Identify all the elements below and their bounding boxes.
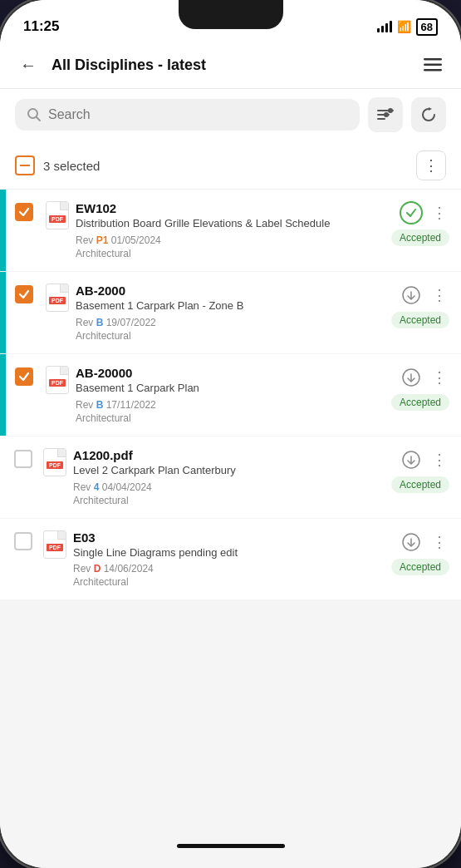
doc-number: AB-20000 (76, 366, 376, 380)
refresh-icon (420, 106, 437, 123)
doc-actions: ⋮ Accepted (383, 448, 449, 493)
status-icons: 📶 68 (377, 18, 438, 36)
item-more-button[interactable]: ⋮ (429, 203, 449, 223)
doc-meta: Rev D 14/06/2024 (73, 563, 376, 575)
selected-count: 3 selected (43, 159, 100, 173)
checkbox-area[interactable] (0, 448, 43, 506)
doc-actions: ⋮ Accepted (383, 284, 449, 328)
status-badge: Accepted (391, 559, 449, 575)
back-arrow-icon: ← (20, 56, 37, 75)
item-more-button[interactable]: ⋮ (429, 285, 449, 305)
doc-title: Distribution Board Grille Elevations & L… (76, 217, 376, 231)
checkbox-area[interactable] (2, 201, 46, 259)
svg-rect-1 (424, 64, 442, 67)
doc-category: Architectural (73, 495, 376, 506)
doc-title: Single Line Diagrams pending edit (73, 546, 376, 560)
download-icon[interactable] (400, 530, 423, 554)
doc-main: A1200.pdf Level 2 Carkpark Plan Canterbu… (73, 448, 376, 506)
svg-point-8 (388, 108, 393, 113)
list-item: PDF E03 Single Line Diagrams pending edi… (0, 519, 461, 600)
search-input[interactable] (48, 107, 348, 122)
filter-button[interactable] (368, 97, 403, 132)
status-badge: Accepted (391, 476, 449, 493)
back-button[interactable]: ← (15, 52, 42, 78)
document-list: PDF EW102 Distribution Board Grille Elev… (0, 190, 461, 868)
page-title: All Disciplines - latest (51, 57, 410, 74)
item-more-button[interactable]: ⋮ (429, 450, 449, 470)
doc-category: Architectural (76, 248, 376, 259)
doc-content: PDF A1200.pdf Level 2 Carkpark Plan Cant… (43, 448, 449, 506)
doc-actions: ⋮ Accepted (383, 530, 449, 575)
checkbox[interactable] (15, 203, 33, 221)
checkbox[interactable] (15, 367, 33, 386)
doc-category: Architectural (73, 576, 376, 588)
selection-indicator (2, 272, 6, 353)
search-input-wrapper[interactable] (15, 99, 360, 131)
svg-point-9 (384, 112, 389, 117)
action-row: ⋮ (400, 448, 449, 471)
selection-more-button[interactable]: ⋮ (416, 150, 446, 180)
menu-button[interactable] (419, 52, 446, 78)
action-row: ⋮ (400, 530, 449, 554)
doc-number: A1200.pdf (73, 448, 376, 462)
doc-date: 04/04/2024 (99, 481, 151, 493)
doc-category: Architectural (76, 330, 376, 342)
selection-left: 3 selected (15, 155, 100, 175)
doc-number: AB-2000 (76, 284, 376, 298)
hamburger-icon (424, 58, 442, 72)
item-more-button[interactable]: ⋮ (429, 367, 449, 387)
selection-indicator (2, 354, 6, 436)
list-item: PDF AB-20000 Basement 1 Carpark Plan Rev… (0, 354, 461, 436)
search-container (0, 89, 461, 142)
svg-rect-0 (424, 58, 442, 61)
checkbox-area[interactable] (2, 284, 46, 342)
search-icon (27, 107, 42, 122)
doc-title: Basement 1 Carpark Plan - Zone B (76, 299, 376, 313)
item-more-button[interactable]: ⋮ (429, 532, 449, 552)
doc-actions: ⋮ Accepted (383, 201, 449, 246)
home-indicator (177, 844, 285, 848)
checkbox[interactable] (14, 532, 32, 550)
status-badge: Accepted (391, 229, 449, 246)
rev-label: Rev (76, 317, 96, 328)
doc-date: 19/07/2022 (103, 317, 155, 328)
doc-date: 01/05/2024 (108, 234, 160, 246)
doc-actions: ⋮ Accepted (383, 366, 449, 411)
status-time: 11:25 (23, 18, 59, 35)
doc-content: PDF E03 Single Line Diagrams pending edi… (43, 530, 449, 589)
checkbox-area[interactable] (0, 530, 43, 589)
selection-more-icon: ⋮ (424, 156, 439, 175)
doc-title: Basement 1 Carpark Plan (76, 382, 376, 396)
doc-category: Architectural (76, 412, 376, 424)
filter-icon (377, 107, 394, 122)
rev-label: Rev (76, 234, 96, 246)
doc-main: EW102 Distribution Board Grille Elevatio… (76, 201, 376, 259)
doc-content: PDF AB-2000 Basement 1 Carpark Plan - Zo… (46, 284, 449, 342)
download-icon[interactable] (400, 448, 423, 471)
doc-content: PDF AB-20000 Basement 1 Carpark Plan Rev… (46, 366, 449, 424)
selection-indicator (2, 190, 6, 271)
doc-title: Level 2 Carkpark Plan Canterbury (73, 464, 376, 478)
status-badge: Accepted (391, 394, 449, 411)
deselect-button[interactable] (15, 155, 35, 175)
signal-icon (377, 21, 392, 32)
pdf-icon: PDF (43, 530, 66, 560)
wifi-icon: 📶 (397, 20, 411, 33)
download-icon[interactable] (400, 284, 423, 307)
doc-meta: Rev B 19/07/2022 (76, 317, 376, 328)
doc-number: EW102 (76, 201, 376, 215)
download-icon[interactable] (400, 366, 423, 389)
doc-meta: Rev 4 04/04/2024 (73, 481, 376, 493)
list-item: PDF AB-2000 Basement 1 Carpark Plan - Zo… (0, 272, 461, 353)
checkbox[interactable] (15, 285, 33, 303)
header: ← All Disciplines - latest (0, 43, 461, 89)
checkbox[interactable] (14, 450, 32, 468)
list-item: PDF A1200.pdf Level 2 Carkpark Plan Cant… (0, 436, 461, 518)
pdf-icon: PDF (43, 448, 66, 478)
pdf-icon: PDF (46, 284, 69, 313)
refresh-button[interactable] (411, 97, 446, 132)
checkbox-area[interactable] (2, 366, 46, 424)
doc-main: E03 Single Line Diagrams pending edit Re… (73, 530, 376, 589)
rev-label: Rev (73, 481, 94, 493)
rev-label: Rev (76, 399, 96, 411)
